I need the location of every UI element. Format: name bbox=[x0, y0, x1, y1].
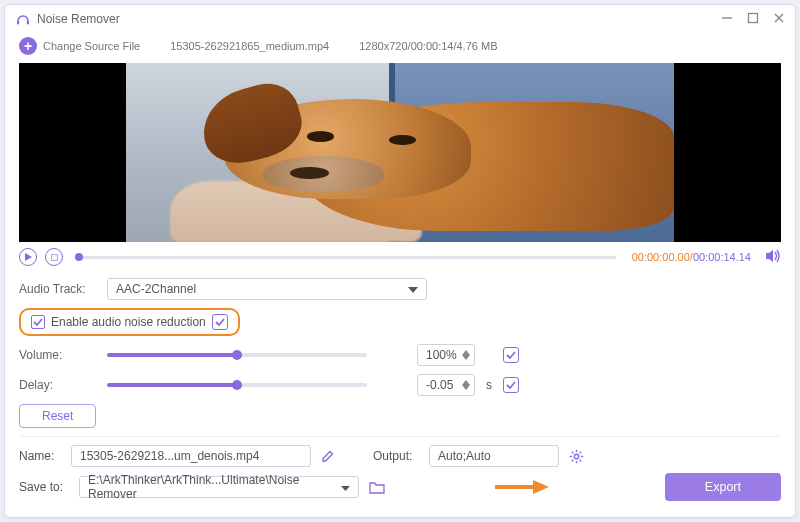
delay-spinner[interactable] bbox=[462, 380, 470, 390]
volume-thumb[interactable] bbox=[232, 350, 242, 360]
timecode: 00:00:00.00/00:00:14.14 bbox=[632, 251, 751, 263]
svg-line-22 bbox=[572, 459, 574, 461]
time-current: 00:00:00.00 bbox=[632, 251, 690, 263]
delay-value-field[interactable]: -0.05 bbox=[417, 374, 475, 396]
time-duration: 00:00:14.14 bbox=[693, 251, 751, 263]
volume-apply-icon[interactable] bbox=[503, 347, 519, 363]
footer-panel: Name: 15305-2629218...um_denois.mp4 Outp… bbox=[5, 443, 795, 517]
volume-icon[interactable] bbox=[765, 249, 781, 266]
volume-slider[interactable] bbox=[107, 353, 367, 357]
controls-panel: Audio Track: AAC-2Channel Enable audio n… bbox=[5, 272, 795, 443]
output-label: Output: bbox=[373, 449, 419, 463]
svg-marker-11 bbox=[462, 355, 470, 360]
audio-track-select[interactable]: AAC-2Channel bbox=[107, 278, 427, 300]
stop-button[interactable] bbox=[45, 248, 63, 266]
app-logo-icon bbox=[15, 11, 31, 27]
timeline-slider[interactable] bbox=[79, 256, 616, 259]
name-label: Name: bbox=[19, 449, 61, 463]
maximize-button[interactable] bbox=[747, 12, 759, 27]
timeline-thumb[interactable] bbox=[75, 253, 83, 261]
delay-apply-icon[interactable] bbox=[503, 377, 519, 393]
video-preview[interactable] bbox=[19, 63, 781, 242]
minimize-button[interactable] bbox=[721, 12, 733, 27]
app-title: Noise Remover bbox=[37, 12, 120, 26]
plus-icon: + bbox=[19, 37, 37, 55]
save-to-label: Save to: bbox=[19, 480, 69, 494]
volume-spinner[interactable] bbox=[462, 350, 470, 360]
name-value: 15305-2629218...um_denois.mp4 bbox=[80, 449, 259, 463]
change-source-label: Change Source File bbox=[43, 40, 140, 52]
svg-marker-25 bbox=[533, 480, 549, 494]
noise-reduction-apply-icon[interactable] bbox=[212, 314, 228, 330]
chevron-down-icon bbox=[341, 480, 350, 494]
save-to-select[interactable]: E:\ArkThinker\ArkThink...Ultimate\Noise … bbox=[79, 476, 359, 498]
video-frame bbox=[126, 63, 675, 242]
close-button[interactable] bbox=[773, 12, 785, 27]
svg-marker-23 bbox=[341, 486, 350, 491]
chevron-down-icon bbox=[408, 282, 418, 296]
delay-unit: s bbox=[485, 378, 493, 392]
svg-marker-8 bbox=[766, 250, 773, 262]
source-bar: + Change Source File 15305-262921865_med… bbox=[5, 33, 795, 63]
delay-label: Delay: bbox=[19, 378, 97, 392]
volume-value-field[interactable]: 100% bbox=[417, 344, 475, 366]
open-folder-icon[interactable] bbox=[369, 481, 385, 494]
enable-noise-reduction-label: Enable audio noise reduction bbox=[51, 315, 206, 329]
arrow-annotation-icon bbox=[493, 478, 549, 496]
export-button[interactable]: Export bbox=[665, 473, 781, 501]
svg-line-20 bbox=[580, 459, 582, 461]
source-meta: 1280x720/00:00:14/4.76 MB bbox=[359, 40, 497, 52]
output-field[interactable]: Auto;Auto bbox=[429, 445, 559, 467]
reset-button[interactable]: Reset bbox=[19, 404, 96, 428]
svg-point-14 bbox=[574, 454, 578, 458]
divider bbox=[19, 436, 781, 437]
volume-value: 100% bbox=[426, 348, 457, 362]
svg-line-21 bbox=[580, 451, 582, 453]
source-filename: 15305-262921865_medium.mp4 bbox=[170, 40, 329, 52]
svg-marker-6 bbox=[25, 253, 32, 261]
svg-marker-13 bbox=[462, 385, 470, 390]
enable-noise-reduction-callout: Enable audio noise reduction bbox=[19, 308, 240, 336]
output-settings-icon[interactable] bbox=[569, 449, 584, 464]
output-value: Auto;Auto bbox=[438, 449, 491, 463]
app-window: Noise Remover + Change Source File 15305… bbox=[4, 4, 796, 518]
svg-line-19 bbox=[572, 451, 574, 453]
delay-slider[interactable] bbox=[107, 383, 367, 387]
svg-rect-1 bbox=[27, 21, 29, 25]
svg-rect-7 bbox=[51, 254, 57, 260]
window-controls bbox=[721, 12, 785, 27]
edit-name-icon[interactable] bbox=[321, 449, 335, 463]
enable-noise-reduction-checkbox[interactable] bbox=[31, 315, 45, 329]
title-bar: Noise Remover bbox=[5, 5, 795, 33]
delay-value: -0.05 bbox=[426, 378, 453, 392]
audio-track-label: Audio Track: bbox=[19, 282, 97, 296]
svg-rect-0 bbox=[17, 21, 19, 25]
volume-label: Volume: bbox=[19, 348, 97, 362]
playback-bar: 00:00:00.00/00:00:14.14 bbox=[5, 242, 795, 272]
save-to-value: E:\ArkThinker\ArkThink...Ultimate\Noise … bbox=[88, 473, 341, 501]
audio-track-value: AAC-2Channel bbox=[116, 282, 196, 296]
play-button[interactable] bbox=[19, 248, 37, 266]
svg-marker-9 bbox=[408, 287, 418, 293]
svg-rect-3 bbox=[749, 13, 758, 22]
name-field[interactable]: 15305-2629218...um_denois.mp4 bbox=[71, 445, 311, 467]
delay-thumb[interactable] bbox=[232, 380, 242, 390]
change-source-button[interactable]: + Change Source File bbox=[19, 37, 140, 55]
